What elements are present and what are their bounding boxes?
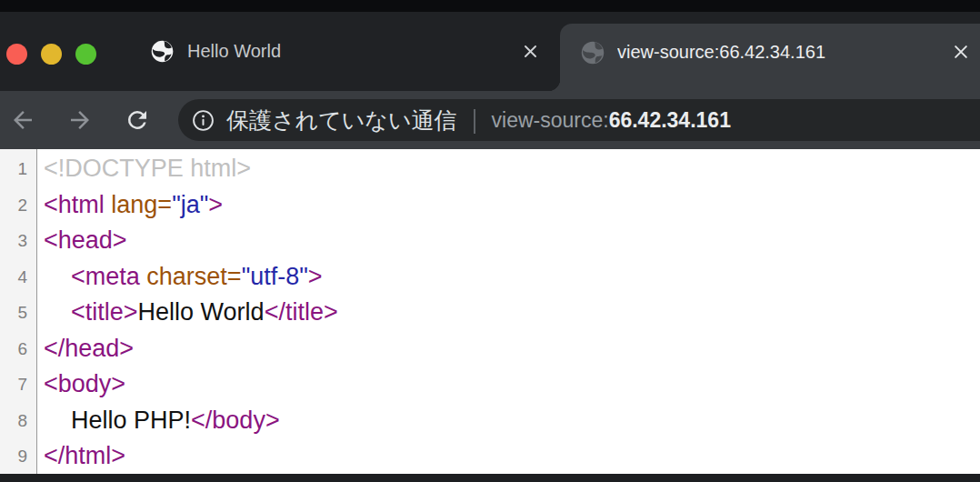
tab-title: view-source:66.42.34.161 — [617, 42, 825, 63]
source-line: 6</head> — [0, 331, 980, 367]
line-number: 4 — [0, 259, 27, 296]
line-content: </head> — [27, 331, 134, 367]
view-source-content: 1<!DOCTYPE html>2<html lang="ja">3<head>… — [0, 149, 980, 474]
line-number: 5 — [0, 295, 27, 331]
forward-arrow-icon — [66, 106, 94, 134]
back-button[interactable] — [9, 106, 36, 134]
line-number: 1 — [0, 151, 27, 187]
line-content: <meta charset="utf-8"> — [27, 259, 323, 296]
tab-close-button[interactable] — [951, 42, 971, 62]
security-status-label[interactable]: 保護されていない通信 — [226, 105, 457, 136]
close-icon — [522, 43, 539, 60]
zoom-window-button[interactable] — [75, 44, 96, 65]
forward-button[interactable] — [66, 106, 94, 134]
tab-view-source[interactable]: view-source:66.42.34.161 — [560, 24, 980, 91]
omnibox-separator — [474, 109, 475, 134]
tab-strip: Hello World view-source:66.42.34.161 — [0, 12, 980, 91]
source-code: 1<!DOCTYPE html>2<html lang="ja">3<head>… — [0, 149, 980, 474]
info-icon — [192, 109, 215, 132]
window-frame-top — [0, 0, 980, 12]
minimize-window-button[interactable] — [41, 44, 62, 65]
reload-button[interactable] — [124, 106, 151, 134]
tab-title: Hello World — [187, 41, 281, 62]
navigation-toolbar: 保護されていない通信 view-source:66.42.34.161 — [0, 91, 980, 149]
line-content: <head> — [27, 223, 127, 259]
line-content: <title>Hello World</title> — [27, 295, 338, 331]
window-controls — [6, 44, 96, 65]
tab-hello-world[interactable]: Hello World — [127, 12, 556, 91]
line-number: 6 — [0, 331, 27, 367]
source-line: 1<!DOCTYPE html> — [0, 151, 980, 187]
source-line: 3<head> — [0, 223, 980, 259]
source-line: 5 <title>Hello World</title> — [0, 295, 980, 331]
tab-close-button[interactable] — [520, 42, 540, 62]
source-line: 2<html lang="ja"> — [0, 187, 980, 224]
line-number: 9 — [0, 438, 27, 474]
source-line: 4 <meta charset="utf-8"> — [0, 259, 980, 296]
address-bar[interactable]: 保護されていない通信 view-source:66.42.34.161 — [178, 99, 980, 141]
url-scheme: view-source: — [492, 108, 609, 132]
url-host: 66.42.34.161 — [609, 108, 731, 132]
line-number: 2 — [0, 187, 27, 224]
reload-icon — [124, 106, 151, 134]
line-content: </html> — [27, 438, 125, 474]
line-content: <body> — [27, 367, 125, 403]
line-number: 7 — [0, 367, 27, 403]
globe-icon — [580, 40, 605, 65]
close-icon — [952, 43, 970, 61]
close-window-button[interactable] — [6, 44, 27, 65]
browser-window: Hello World view-source:66.42.34.161 — [0, 0, 980, 482]
source-line: 9</html> — [0, 438, 980, 474]
line-content: <html lang="ja"> — [27, 187, 223, 224]
source-line: 8 Hello PHP!</body> — [0, 403, 980, 439]
back-arrow-icon — [9, 106, 36, 134]
line-number: 3 — [0, 223, 27, 259]
globe-icon — [150, 39, 175, 64]
line-number: 8 — [0, 403, 27, 439]
source-line: 7<body> — [0, 367, 980, 403]
line-content: Hello PHP!</body> — [27, 403, 280, 439]
window-frame-bottom — [0, 474, 980, 482]
url-text: view-source:66.42.34.161 — [492, 108, 731, 133]
line-content: <!DOCTYPE html> — [27, 151, 251, 187]
